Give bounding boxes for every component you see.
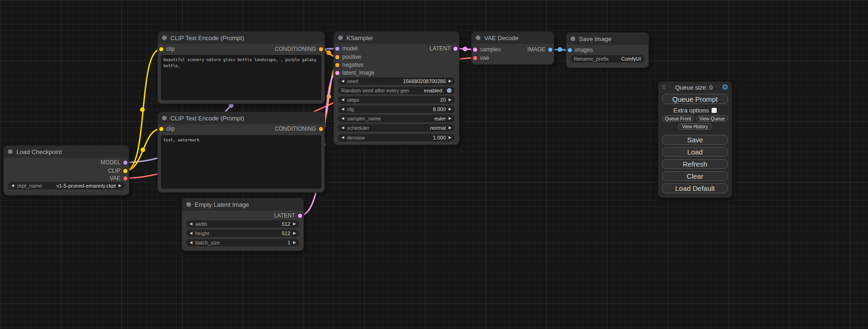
- node-title-bar[interactable]: KSampler: [334, 32, 459, 44]
- output-port-latent[interactable]: LATENT: [430, 45, 458, 52]
- decrement-arrow-icon[interactable]: ◀: [11, 184, 14, 188]
- increment-arrow-icon[interactable]: ▶: [449, 107, 452, 111]
- clip-port-icon[interactable]: [159, 127, 163, 131]
- widget-random-seed-toggle[interactable]: Random seed after every gen enabled: [338, 87, 455, 94]
- latent-port-icon[interactable]: [473, 48, 477, 52]
- collapse-dot-icon[interactable]: [8, 149, 13, 154]
- node-title-bar[interactable]: Load Checkpoint: [4, 146, 129, 158]
- refresh-button[interactable]: Refresh: [662, 159, 728, 169]
- conditioning-port-icon[interactable]: [335, 55, 339, 59]
- increment-arrow-icon[interactable]: ▶: [119, 184, 121, 188]
- decrement-arrow-icon[interactable]: ◀: [190, 222, 192, 226]
- node-graph-canvas[interactable]: Load Checkpoint MODEL CLIP VAE ◀ ckpt_na…: [0, 0, 868, 329]
- widget-denoise[interactable]: ◀ denoise 1.000 ▶: [338, 134, 455, 141]
- node-empty-latent-image[interactable]: Empty Latent Image LATENT ◀ width 512 ▶ …: [182, 198, 303, 251]
- node-vae-decode[interactable]: VAE Decode samples vae IMAGE: [472, 32, 554, 64]
- widget-seed[interactable]: ◀ seed 156680208700286 ▶: [338, 77, 455, 85]
- vae-port-icon[interactable]: [473, 56, 477, 60]
- node-load-checkpoint[interactable]: Load Checkpoint MODEL CLIP VAE ◀ ckpt_na…: [4, 146, 129, 195]
- node-title-bar[interactable]: Save Image: [566, 33, 649, 45]
- node-title-bar[interactable]: CLIP Text Encode (Prompt): [158, 112, 325, 124]
- model-port-icon[interactable]: [123, 161, 127, 165]
- decrement-arrow-icon[interactable]: ◀: [190, 241, 192, 245]
- clear-button[interactable]: Clear: [662, 171, 728, 181]
- node-clip-text-encode-positive[interactable]: CLIP Text Encode (Prompt) clip CONDITION…: [158, 32, 325, 104]
- conditioning-port-icon[interactable]: [319, 47, 323, 51]
- view-history-button[interactable]: View History: [678, 123, 712, 130]
- widget-filename-prefix[interactable]: filename_prefix ComfyUI: [571, 55, 644, 63]
- input-port-clip[interactable]: clip: [159, 45, 175, 53]
- widget-scheduler[interactable]: ◀ scheduler normal ▶: [338, 124, 455, 132]
- view-queue-button[interactable]: View Queue: [696, 115, 728, 122]
- increment-arrow-icon[interactable]: ▶: [293, 231, 296, 235]
- queue-front-button[interactable]: Queue Front: [662, 115, 694, 122]
- output-port-latent[interactable]: LATENT: [274, 212, 302, 219]
- collapse-dot-icon[interactable]: [476, 35, 480, 40]
- settings-gear-icon[interactable]: ⚙: [722, 84, 728, 91]
- widget-sampler-name[interactable]: ◀ sampler_name euler ▶: [338, 115, 455, 122]
- collapse-dot-icon[interactable]: [162, 35, 167, 40]
- increment-arrow-icon[interactable]: ▶: [293, 241, 296, 245]
- vae-port-icon[interactable]: [123, 176, 127, 181]
- model-port-icon[interactable]: [335, 47, 339, 51]
- decrement-arrow-icon[interactable]: ◀: [341, 79, 344, 83]
- conditioning-port-icon[interactable]: [335, 63, 339, 67]
- increment-arrow-icon[interactable]: ▶: [449, 136, 452, 140]
- decrement-arrow-icon[interactable]: ◀: [341, 136, 344, 140]
- widget-width[interactable]: ◀ width 512 ▶: [186, 220, 299, 228]
- output-port-vae[interactable]: VAE: [110, 175, 127, 182]
- input-port-clip[interactable]: clip: [159, 125, 175, 133]
- output-port-clip[interactable]: CLIP: [108, 167, 127, 175]
- increment-arrow-icon[interactable]: ▶: [449, 79, 452, 83]
- output-port-image[interactable]: IMAGE: [527, 46, 552, 53]
- toggle-icon[interactable]: [447, 88, 452, 93]
- image-port-icon[interactable]: [548, 48, 552, 52]
- input-port-positive[interactable]: positive: [335, 53, 361, 61]
- collapse-dot-icon[interactable]: [571, 36, 575, 41]
- save-button[interactable]: Save: [662, 135, 728, 145]
- load-default-button[interactable]: Load Default: [662, 183, 728, 193]
- node-title-bar[interactable]: VAE Decode: [472, 32, 554, 44]
- node-ksampler[interactable]: KSampler model positive negative latent_…: [334, 32, 459, 145]
- drag-handle-icon[interactable]: ⠿: [662, 84, 666, 91]
- prompt-text-area[interactable]: text, watermark: [161, 135, 321, 189]
- input-port-images[interactable]: images: [568, 46, 593, 54]
- increment-arrow-icon[interactable]: ▶: [449, 126, 452, 130]
- clip-port-icon[interactable]: [159, 47, 163, 51]
- output-port-model[interactable]: MODEL: [100, 159, 127, 166]
- collapse-dot-icon[interactable]: [338, 35, 343, 40]
- output-port-conditioning[interactable]: CONDITIONING: [275, 45, 323, 53]
- node-title-bar[interactable]: CLIP Text Encode (Prompt): [158, 32, 325, 44]
- decrement-arrow-icon[interactable]: ◀: [341, 107, 344, 111]
- collapse-dot-icon[interactable]: [186, 202, 191, 207]
- input-port-negative[interactable]: negative: [335, 61, 363, 69]
- increment-arrow-icon[interactable]: ▶: [449, 117, 452, 120]
- widget-height[interactable]: ◀ height 512 ▶: [186, 230, 299, 237]
- conditioning-port-icon[interactable]: [319, 127, 323, 131]
- input-port-model[interactable]: model: [335, 45, 358, 52]
- widget-steps[interactable]: ◀ steps 20 ▶: [338, 96, 455, 104]
- decrement-arrow-icon[interactable]: ◀: [341, 126, 344, 130]
- increment-arrow-icon[interactable]: ▶: [293, 222, 296, 226]
- decrement-arrow-icon[interactable]: ◀: [341, 117, 344, 120]
- node-clip-text-encode-negative[interactable]: CLIP Text Encode (Prompt) clip CONDITION…: [158, 112, 325, 192]
- clip-port-icon[interactable]: [123, 169, 127, 173]
- widget-ckpt-name[interactable]: ◀ ckpt_name v1-5-pruned-emaonly.ckpt ▶: [8, 182, 125, 189]
- widget-cfg[interactable]: ◀ cfg 8.000 ▶: [338, 105, 455, 113]
- collapse-dot-icon[interactable]: [162, 116, 167, 120]
- extra-options-checkbox[interactable]: [712, 108, 717, 113]
- queue-prompt-button[interactable]: Queue Prompt: [662, 94, 728, 104]
- latent-port-icon[interactable]: [453, 47, 458, 51]
- input-port-latent-image[interactable]: latent_image: [335, 69, 374, 77]
- load-button[interactable]: Load: [662, 147, 728, 157]
- latent-port-icon[interactable]: [298, 214, 302, 218]
- image-port-icon[interactable]: [568, 48, 572, 52]
- prompt-text-area[interactable]: beautiful scenery nature glass bottle la…: [161, 55, 321, 100]
- queue-menu-panel[interactable]: ⠿ Queue size: 0 ⚙ Queue Prompt Extra opt…: [658, 82, 732, 197]
- increment-arrow-icon[interactable]: ▶: [449, 98, 452, 102]
- widget-batch-size[interactable]: ◀ batch_size 1 ▶: [186, 239, 299, 246]
- input-port-samples[interactable]: samples: [473, 46, 501, 53]
- decrement-arrow-icon[interactable]: ◀: [341, 98, 344, 102]
- decrement-arrow-icon[interactable]: ◀: [190, 231, 192, 235]
- output-port-conditioning[interactable]: CONDITIONING: [275, 125, 323, 133]
